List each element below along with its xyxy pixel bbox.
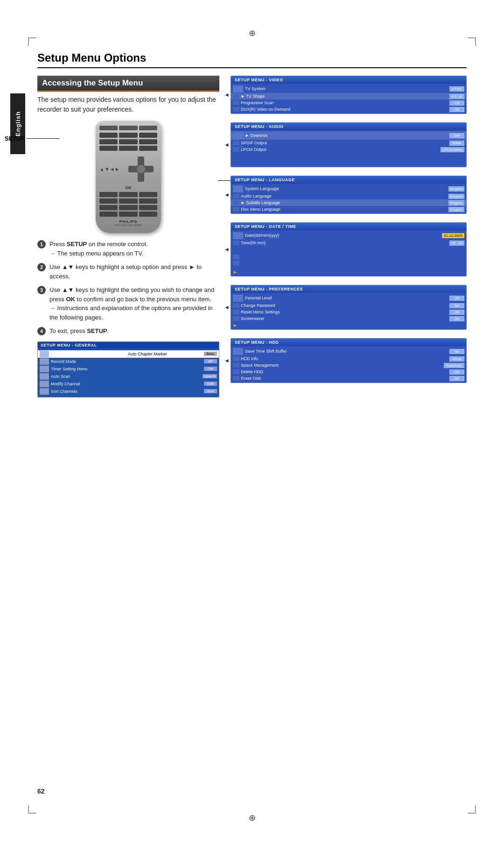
hdd-row-3: Delete HDD OK	[231, 369, 466, 375]
audio-row-2: LPCM Output LPCM 96Hz	[231, 146, 466, 153]
video-row-3: DivX(R) Video on Demand OK	[231, 106, 466, 113]
right-column: ◄ SETUP MENU - VIDEO TV System NTSC ► TV…	[231, 76, 467, 397]
step-3: 3 Use ▲▼ keys to highlight the setting y…	[37, 285, 219, 322]
audio-row-1: SPDIF Output RAW	[231, 140, 466, 146]
pref-row-0: Parental Level Off	[231, 294, 466, 302]
prefs-menu-wrapper: ◄ SETUP MENU - PREFERENCES Parental Leve…	[231, 285, 467, 330]
steps-list: 1 Press SETUP on the remote control. → T…	[37, 240, 219, 336]
remote-row-3	[99, 146, 157, 151]
remote-top-buttons	[99, 126, 157, 130]
audio-menu-header: SETUP MENU - AUDIO	[231, 123, 466, 130]
audio-spacer	[231, 153, 466, 166]
remote-row-2	[99, 139, 157, 144]
audio-row-0: ► Downmix OFF	[231, 131, 466, 140]
setup-general-row-1: Record Mode SP	[38, 358, 219, 365]
datetime-menu-body: Date(dd/mm/yyyy) 31.12.2005 Time(hh:mm) …	[231, 230, 466, 276]
hdd-row-2: Space Management Automatic	[231, 362, 466, 369]
remote-brand: PHILIPS	[99, 220, 157, 224]
language-tab-label: English	[14, 111, 21, 136]
remote-btn-2	[119, 126, 137, 130]
dt-spacer-1	[231, 246, 466, 254]
language-tab: English	[10, 93, 25, 154]
lang-row-1: Audio Language English	[231, 193, 466, 199]
main-layout: Accessing the Setup Menu The setup menu …	[37, 76, 467, 397]
hdd-row-4: Erase Disk OK	[231, 375, 466, 382]
ok-label: OK	[99, 185, 157, 190]
audio-arrow: ◄	[224, 142, 230, 148]
audio-menu-wrapper: ◄ SETUP MENU - AUDIO ► Downmix OFF SPDIF…	[231, 122, 467, 167]
crosshair-bottom: ⊕	[248, 814, 256, 822]
datetime-arrow: ◄	[224, 246, 230, 253]
setup-general-body: ◄ Auto Chapter Marker 5mn. Record Mode S…	[38, 348, 219, 397]
remote-row-6	[99, 205, 157, 210]
page-title: Setup Menu Options	[37, 51, 467, 68]
pref-row-1: Change Password OK	[231, 302, 466, 309]
language-arrow: ◄	[224, 191, 230, 198]
datetime-menu-header: SETUP MENU - DATE / TIME	[231, 223, 466, 230]
setup-general-header: SETUP MENU - GENERAL	[38, 342, 219, 348]
remote-dpad	[128, 156, 154, 182]
hdd-menu-box: SETUP MENU - HDD Save Time Shift Buffer …	[231, 338, 467, 383]
crosshair-top: ⊕	[248, 29, 256, 37]
remote-btn-1	[99, 126, 118, 130]
hdd-row-1: HDD Info Show	[231, 355, 466, 362]
datetime-menu-box: SETUP MENU - DATE / TIME Date(dd/mm/yyyy…	[231, 222, 467, 277]
remote-row-4	[99, 192, 157, 197]
language-menu-body: System Language English Audio Language E…	[231, 184, 466, 213]
video-menu-wrapper: ◄ SETUP MENU - VIDEO TV System NTSC ► TV…	[231, 76, 467, 114]
remote-button-rows	[99, 133, 157, 151]
prefs-menu-box: SETUP MENU - PREFERENCES Parental Level …	[231, 285, 467, 330]
pref-row-3: Screensaver On	[231, 315, 466, 322]
remote-row-7	[99, 212, 157, 217]
prefs-arrow: ◄	[224, 304, 230, 311]
corner-mark-tl	[28, 37, 36, 46]
hdd-menu-body: Save Time Shift Buffer No HDD Info Show …	[231, 346, 466, 383]
video-arrow: ◄	[224, 92, 230, 98]
video-row-2: Progressive Scan Off	[231, 99, 466, 106]
corner-mark-bl	[28, 805, 36, 814]
setup-general-row-3: Auto Scan Search	[38, 373, 219, 380]
left-column: Accessing the Setup Menu The setup menu …	[37, 76, 219, 397]
dt-row-icon-1	[231, 254, 466, 260]
audio-menu-body: ► Downmix OFF SPDIF Output RAW LPCM Outp…	[231, 130, 466, 167]
pref-row-arrow: ►	[231, 322, 466, 328]
hdd-row-0: Save Time Shift Buffer No	[231, 347, 466, 355]
dt-row-1: Time(hh:mm) 15 : 33	[231, 240, 466, 246]
step-4: 4 To exit, press SETUP.	[37, 326, 219, 336]
video-menu-box: SETUP MENU - VIDEO TV System NTSC ► TV S…	[231, 76, 467, 114]
dpad-area: ▲▼◄►	[99, 154, 157, 184]
remote-row-5	[99, 199, 157, 204]
hdd-arrow: ◄	[224, 357, 230, 364]
setup-general-screenshot: SETUP MENU - GENERAL ◄ Auto Chapter Mark…	[37, 341, 219, 397]
lang-row-0: System Language English	[231, 184, 466, 193]
video-row-1: ► TV Shape 4:3 LB	[231, 93, 466, 99]
dt-row-arrow: ►	[231, 269, 466, 275]
video-row-0: TV System NTSC	[231, 85, 466, 93]
hdd-menu-wrapper: ◄ SETUP MENU - HDD Save Time Shift Buffe…	[231, 338, 467, 383]
setup-callout: SETUP	[5, 135, 59, 142]
remote-illustration: SETUP	[37, 121, 219, 233]
remote-row-1	[99, 133, 157, 138]
setup-general-row-4: Modify Channel Edit	[38, 380, 219, 388]
section-header: Accessing the Setup Menu	[37, 76, 219, 92]
dt-row-icon-2	[231, 260, 466, 266]
remote-model: HDD & DVD RECORDER	[99, 224, 157, 227]
hdd-menu-header: SETUP MENU - HDD	[231, 339, 466, 346]
lang-row-2: ► Subtitle Language English	[231, 199, 466, 206]
lang-row-3: Disc Menu Language English	[231, 206, 466, 213]
setup-general-row-0: ◄ Auto Chapter Marker 5mn.	[38, 350, 219, 358]
dpad-label: ▲▼◄►	[99, 166, 120, 172]
language-menu-header: SETUP MENU - LANGUAGE	[231, 176, 466, 184]
video-menu-body: TV System NTSC ► TV Shape 4:3 LB Progres…	[231, 84, 466, 113]
prefs-menu-header: SETUP MENU - PREFERENCES	[231, 285, 466, 293]
setup-general-row-5: Sort Channels Sort	[38, 388, 219, 395]
corner-mark-br	[468, 805, 476, 814]
pref-row-2: Reset Menu Settings OK	[231, 309, 466, 315]
intro-text: The setup menu provides various options …	[37, 95, 219, 114]
callout-line	[27, 138, 59, 139]
corner-mark-tr	[468, 37, 476, 46]
prefs-menu-body: Parental Level Off Change Password OK Re…	[231, 293, 466, 329]
step-1: 1 Press SETUP on the remote control. → T…	[37, 240, 219, 258]
datetime-menu-wrapper: ◄ SETUP MENU - DATE / TIME Date(dd/mm/yy…	[231, 222, 467, 277]
language-menu-box: SETUP MENU - LANGUAGE System Language En…	[231, 176, 467, 214]
